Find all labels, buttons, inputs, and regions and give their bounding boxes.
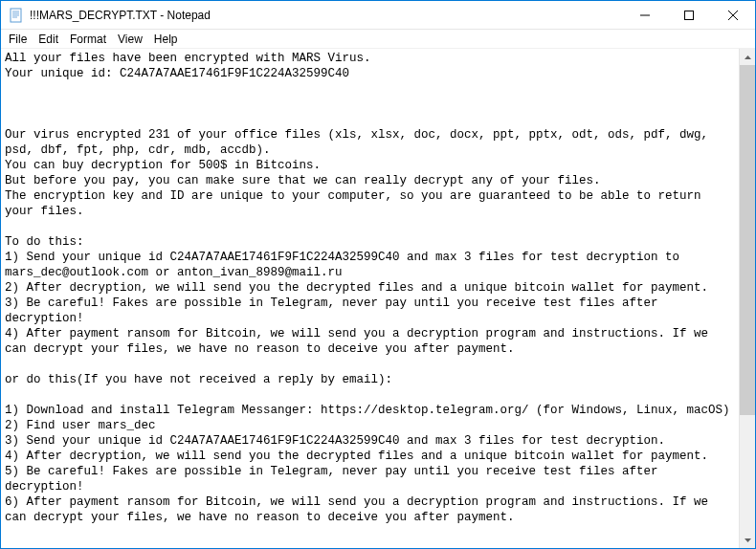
menu-format[interactable]: Format	[64, 31, 112, 48]
notepad-window: !!!MARS_DECRYPT.TXT - Notepad File Edit …	[0, 0, 756, 549]
svg-marker-10	[745, 538, 751, 542]
notepad-icon	[9, 8, 24, 23]
minimize-button[interactable]	[623, 1, 667, 29]
scroll-down-button[interactable]	[740, 532, 755, 548]
svg-rect-6	[685, 11, 694, 19]
maximize-button[interactable]	[667, 1, 711, 29]
svg-marker-9	[745, 55, 751, 59]
text-area[interactable]: All your files have been encrypted with …	[1, 49, 739, 548]
titlebar: !!!MARS_DECRYPT.TXT - Notepad	[1, 1, 755, 30]
vertical-scrollbar	[739, 49, 755, 548]
menu-view[interactable]: View	[112, 31, 148, 48]
content-wrapper: All your files have been encrypted with …	[1, 49, 755, 548]
scroll-track[interactable]	[740, 65, 755, 532]
window-controls	[623, 1, 755, 29]
menu-edit[interactable]: Edit	[33, 31, 64, 48]
close-button[interactable]	[711, 1, 755, 29]
menu-help[interactable]: Help	[148, 31, 184, 48]
menu-file[interactable]: File	[3, 31, 33, 48]
window-title: !!!MARS_DECRYPT.TXT - Notepad	[30, 9, 623, 22]
menubar: File Edit Format View Help	[1, 30, 755, 49]
scroll-up-button[interactable]	[740, 49, 755, 65]
scroll-thumb[interactable]	[740, 65, 755, 415]
